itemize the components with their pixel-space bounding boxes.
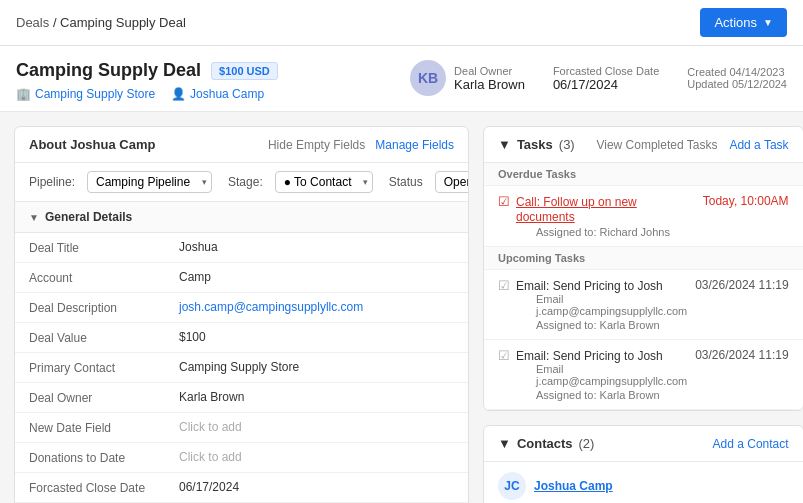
field-value[interactable]: Click to add (179, 450, 242, 464)
close-date-label: Forcasted Close Date (553, 65, 659, 77)
status-select-wrapper[interactable]: Open ▾ (435, 171, 469, 193)
field-row: Primary ContactCamping Supply Store (15, 353, 468, 383)
field-value: $100 (179, 330, 206, 344)
pipeline-select[interactable]: Camping Pipeline (87, 171, 212, 193)
deal-company-link[interactable]: 🏢 Camping Supply Store (16, 87, 155, 101)
task-item: ☑ Email: Send Pricing to Josh Email j.ca… (484, 340, 803, 410)
breadcrumb: Deals / Camping Supply Deal (16, 15, 186, 30)
status-label: Status (389, 175, 423, 189)
field-label: Donations to Date (29, 450, 179, 465)
about-panel-title: About Joshua Camp (29, 137, 155, 152)
contact-avatar: JC (498, 472, 526, 500)
task-checkbox[interactable]: ☑ (498, 194, 510, 209)
pipeline-select-wrapper[interactable]: Camping Pipeline ▾ (87, 171, 212, 193)
manage-fields-link[interactable]: Manage Fields (375, 138, 454, 152)
right-panel: ▼ Tasks (3) View Completed Tasks Add a T… (483, 126, 803, 503)
task-title: Email: Send Pricing to Josh (516, 349, 663, 363)
field-value: Karla Brown (179, 390, 244, 404)
field-value: Camp (179, 270, 211, 284)
breadcrumb-current: Camping Supply Deal (60, 15, 186, 30)
task-assigned: Assigned to: Karla Brown (536, 319, 687, 331)
expand-icon[interactable]: ▼ (498, 137, 511, 152)
field-label: Account (29, 270, 179, 285)
contacts-title: ▼ Contacts (2) (498, 436, 594, 451)
stage-select[interactable]: ● To Contact (275, 171, 373, 193)
contacts-count: (2) (579, 436, 595, 451)
owner-name: Karla Brown (454, 77, 525, 92)
tasks-title: ▼ Tasks (3) (498, 137, 575, 152)
field-row: Deal TitleJoshua (15, 233, 468, 263)
task-assigned: Assigned to: Karla Brown (536, 389, 687, 401)
field-link[interactable]: josh.camp@campingsupplyllc.com (179, 300, 363, 314)
upcoming-section-label: Upcoming Tasks (484, 247, 803, 270)
field-row: New Date FieldClick to add (15, 413, 468, 443)
task-checkbox[interactable]: ☑ (498, 348, 510, 363)
hide-empty-link[interactable]: Hide Empty Fields (268, 138, 365, 152)
tasks-header: ▼ Tasks (3) View Completed Tasks Add a T… (484, 127, 803, 163)
person-icon: 👤 (171, 87, 186, 101)
overdue-section-label: Overdue Tasks (484, 163, 803, 186)
building-icon: 🏢 (16, 87, 31, 101)
close-date: 06/17/2024 (553, 77, 618, 92)
about-panel-header: About Joshua Camp Hide Empty Fields Mana… (15, 127, 468, 163)
deal-contact-link[interactable]: 👤 Joshua Camp (171, 87, 264, 101)
stage-label: Stage: (228, 175, 263, 189)
updated-label: Updated 05/12/2024 (687, 78, 787, 90)
deal-meta: KB Deal Owner Karla Brown Forcasted Clos… (410, 60, 787, 96)
task-title-link[interactable]: Call: Follow up on new documents (516, 195, 637, 224)
left-panel: About Joshua Camp Hide Empty Fields Mana… (14, 126, 469, 503)
view-completed-link[interactable]: View Completed Tasks (596, 138, 717, 152)
field-value: 06/17/2024 (179, 480, 239, 494)
top-bar: Deals / Camping Supply Deal Actions ▼ (0, 0, 803, 46)
task-email: Email j.camp@campingsupplyllc.com (536, 293, 687, 317)
field-value: Camping Supply Store (179, 360, 299, 374)
actions-button[interactable]: Actions ▼ (700, 8, 787, 37)
field-value: Joshua (179, 240, 218, 254)
pipeline-label: Pipeline: (29, 175, 75, 189)
task-item: ☑ Email: Send Pricing to Josh Email j.ca… (484, 270, 803, 340)
owner-label: Deal Owner (454, 65, 525, 77)
field-value: josh.camp@campingsupplyllc.com (179, 300, 363, 314)
task-time: Today, 10:00AM (703, 194, 789, 208)
section-title: General Details (45, 210, 132, 224)
stage-select-wrapper[interactable]: ● To Contact ▾ (275, 171, 373, 193)
contacts-card: ▼ Contacts (2) Add a Contact JC Joshua C… (483, 425, 803, 503)
task-title: Email: Send Pricing to Josh (516, 279, 663, 293)
general-details-section[interactable]: ▼ General Details (15, 202, 468, 233)
field-row: Forcasted Close Date06/17/2024 (15, 473, 468, 503)
task-email: Email j.camp@campingsupplyllc.com (536, 363, 687, 387)
field-label: Deal Title (29, 240, 179, 255)
contacts-header: ▼ Contacts (2) Add a Contact (484, 426, 803, 462)
field-label: Deal Description (29, 300, 179, 315)
main-content: About Joshua Camp Hide Empty Fields Mana… (0, 112, 803, 503)
avatar: KB (410, 60, 446, 96)
field-row: Deal Descriptionjosh.camp@campingsupplyl… (15, 293, 468, 323)
add-task-link[interactable]: Add a Task (729, 138, 788, 152)
field-label: Primary Contact (29, 360, 179, 375)
chevron-down-icon: ▼ (29, 212, 39, 223)
task-item: ☑ Call: Follow up on new documents Assig… (484, 186, 803, 247)
add-contact-link[interactable]: Add a Contact (713, 437, 789, 451)
pipeline-row: Pipeline: Camping Pipeline ▾ Stage: ● To… (15, 163, 468, 202)
field-label: Forcasted Close Date (29, 480, 179, 495)
task-checkbox[interactable]: ☑ (498, 278, 510, 293)
task-assigned: Assigned to: Richard Johns (536, 226, 695, 238)
field-value[interactable]: Click to add (179, 420, 242, 434)
status-select[interactable]: Open (435, 171, 469, 193)
task-date: 03/26/2024 11:19 (695, 348, 788, 362)
field-row: AccountCamp (15, 263, 468, 293)
contact-name-link[interactable]: Joshua Camp (534, 479, 613, 493)
tasks-count: (3) (559, 137, 575, 152)
breadcrumb-parent[interactable]: Deals (16, 15, 49, 30)
field-row: Deal Value$100 (15, 323, 468, 353)
deal-title: Camping Supply Deal (16, 60, 201, 81)
field-label: New Date Field (29, 420, 179, 435)
fields-container: Deal TitleJoshuaAccountCampDeal Descript… (15, 233, 468, 503)
tasks-card: ▼ Tasks (3) View Completed Tasks Add a T… (483, 126, 803, 411)
task-date: 03/26/2024 11:19 (695, 278, 788, 292)
expand-icon[interactable]: ▼ (498, 436, 511, 451)
field-row: Donations to DateClick to add (15, 443, 468, 473)
created-label: Created 04/14/2023 (687, 66, 784, 78)
deal-header: Camping Supply Deal $100 USD 🏢 Camping S… (0, 46, 803, 112)
field-row: Deal OwnerKarla Brown (15, 383, 468, 413)
